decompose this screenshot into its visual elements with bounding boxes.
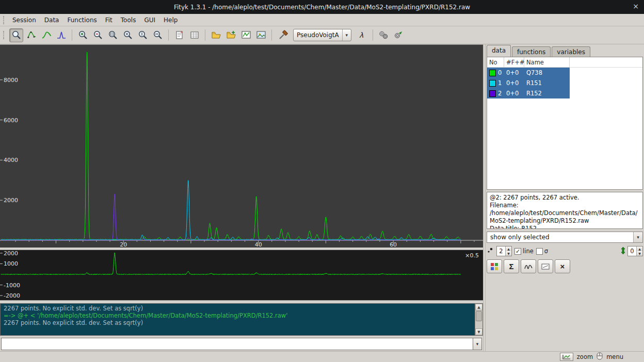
main-plot[interactable]: 2040602000400060008000 <box>0 44 483 248</box>
data-info: @2: 2267 points, 2267 active.Filename: /… <box>487 192 643 229</box>
baseline-mode-icon <box>41 30 52 40</box>
spin-up-icon[interactable]: ▲ <box>637 246 642 251</box>
scroll-thumb[interactable] <box>476 311 482 321</box>
add-peak-mode-icon <box>56 30 67 40</box>
toolbar-separator <box>168 29 169 41</box>
zoom-horizontal-button[interactable] <box>151 28 165 42</box>
menu-fit[interactable]: Fit <box>101 15 117 25</box>
chevron-down-icon[interactable]: ▾ <box>342 29 351 41</box>
console-line: 2267 points. No explicit std. dev. Set a… <box>4 305 472 312</box>
data-range-mode-button[interactable] <box>24 28 38 42</box>
sum-button[interactable]: Σ <box>504 259 519 273</box>
zoom-all-button[interactable] <box>121 28 135 42</box>
settings-button[interactable] <box>377 28 391 42</box>
spin-down-icon[interactable]: ▼ <box>637 251 642 256</box>
open-data-file-button[interactable] <box>209 28 223 42</box>
execute-script-button[interactable] <box>392 28 406 42</box>
data-list-header: No#F+#Name <box>487 57 642 68</box>
delete-button[interactable]: × <box>555 259 570 273</box>
zoom-in-button[interactable] <box>76 28 90 42</box>
zoom-select-mode-button[interactable] <box>9 28 23 42</box>
console-line: =-> @+ < '/home/aleplo/test/Documents/Ch… <box>4 312 472 319</box>
zoom-out-icon <box>93 30 103 40</box>
color-grid-icon <box>490 262 498 271</box>
zoom-out-button[interactable] <box>91 28 105 42</box>
shift-updown-icon <box>620 246 626 256</box>
column-header-f[interactable]: #F+# <box>504 57 524 67</box>
close-icon[interactable]: × <box>633 2 639 10</box>
peak-type-label: PseudoVoigtA <box>294 31 342 39</box>
aux-y-tick-label: 2000 <box>4 250 18 257</box>
data-info-line: @2: 2267 points, 2267 active. <box>490 194 640 202</box>
x-tick-label: 60 <box>390 241 397 248</box>
plot-style-button[interactable] <box>487 259 502 273</box>
filter-dropdown[interactable]: show only selected ▾ <box>487 232 643 243</box>
dataset-name: R152 <box>524 88 570 98</box>
point-size-stepper[interactable]: 2 ▲▼ <box>496 246 512 256</box>
data-row-R151[interactable]: 10+0R151 <box>487 78 642 88</box>
menu-help[interactable]: Help <box>159 15 182 25</box>
menu-data[interactable]: Data <box>40 15 63 25</box>
data-row-R152[interactable]: 20+0R152 <box>487 88 642 98</box>
append-data-file-button[interactable] <box>224 28 238 42</box>
data-info-line: Data title: R152 <box>490 225 640 229</box>
display-controls: 2 ▲▼ ✓ line σ 0 ▲▼ <box>487 245 643 257</box>
column-header-no[interactable]: No <box>487 57 504 67</box>
input-history-arrow-icon[interactable]: ▾ <box>473 338 482 350</box>
add-peak-mode-button[interactable] <box>54 28 68 42</box>
menu-session[interactable]: Session <box>8 15 40 25</box>
aux-plot[interactable]: 20001000-1000-2000×0.5 <box>0 250 483 301</box>
point-size-value: 2 <box>497 246 505 256</box>
line-checkbox[interactable]: ✓ <box>514 248 521 255</box>
menu-tools[interactable]: Tools <box>117 15 140 25</box>
sigma-checkbox[interactable] <box>536 248 543 255</box>
menu-functions[interactable]: Functions <box>63 15 101 25</box>
zoom-in-icon <box>78 30 88 40</box>
baseline-mode-button[interactable] <box>39 28 53 42</box>
menubar-grip[interactable] <box>3 16 6 24</box>
data-editor-icon <box>174 30 185 40</box>
scroll-up-icon[interactable]: ▲ <box>475 304 482 310</box>
zoom-previous-button[interactable] <box>106 28 120 42</box>
script-button[interactable] <box>521 259 536 273</box>
zoom-all-icon <box>123 30 133 40</box>
coordinates-format-button[interactable] <box>560 353 573 361</box>
data-editor-button[interactable] <box>172 28 186 42</box>
scroll-down-icon[interactable]: ▼ <box>475 328 482 335</box>
define-function-button[interactable]: λ <box>355 28 369 42</box>
menu-gui[interactable]: GUI <box>140 15 159 25</box>
define-function-icon: λ <box>357 30 367 40</box>
export-plot-icon <box>241 30 251 40</box>
tab-variables[interactable]: variables <box>552 46 590 57</box>
main-plot-canvas: 2040602000400060008000 <box>0 45 483 248</box>
column-header-name[interactable]: Name <box>524 57 570 67</box>
peak-type-combo[interactable]: PseudoVoigtA▾ <box>293 29 351 41</box>
menu-bar: SessionDataFunctionsFitToolsGUIHelp <box>0 14 644 26</box>
run-fit-button[interactable] <box>276 28 289 42</box>
append-data-file-icon <box>226 30 236 40</box>
dataset-name: R151 <box>524 78 570 88</box>
tab-data[interactable]: data <box>487 45 511 57</box>
spin-up-icon[interactable]: ▲ <box>506 246 511 251</box>
sidebar-panel: datafunctionsvariables No#F+#Name 00+0Q7… <box>486 44 644 351</box>
toolbar-grip[interactable] <box>3 31 6 39</box>
command-input-row: ▾ <box>1 338 482 350</box>
spin-down-icon[interactable]: ▼ <box>506 251 511 256</box>
svg-text:λ: λ <box>359 31 363 39</box>
shift-stepper[interactable]: 0 ▲▼ <box>627 246 643 256</box>
zoom-vertical-button[interactable] <box>136 28 150 42</box>
dataset-functions-count: 0+0 <box>504 68 524 78</box>
series-R151 <box>1 180 461 240</box>
tab-functions[interactable]: functions <box>512 46 551 57</box>
data-table-button[interactable] <box>187 28 201 42</box>
formula-button[interactable] <box>538 259 553 273</box>
aux-y-tick-label: -1000 <box>4 282 20 289</box>
save-image-button[interactable] <box>254 28 268 42</box>
console-scrollbar[interactable]: ▲ ▼ <box>475 304 482 335</box>
data-row-Q738[interactable]: 00+0Q738 <box>487 68 642 78</box>
dataset-color-swatch <box>489 90 496 97</box>
command-input[interactable] <box>1 338 473 350</box>
export-plot-button[interactable] <box>239 28 253 42</box>
aux-scale-label: ×0.5 <box>465 252 479 259</box>
data-list[interactable]: No#F+#Name 00+0Q73810+0R15120+0R152 <box>487 57 643 190</box>
